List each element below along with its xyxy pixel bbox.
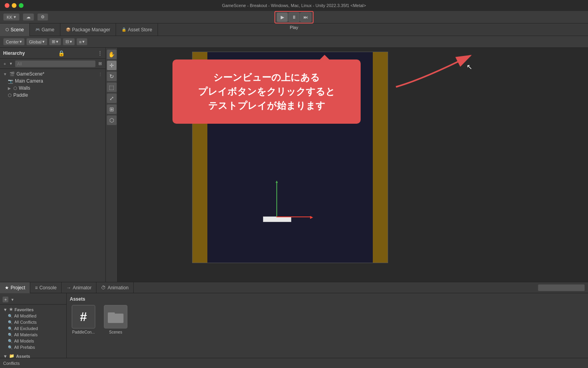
walls-arrow: ▶ — [8, 86, 11, 90]
annotation-line1: シーンビューの上にある — [185, 70, 348, 85]
game-tab-icon: 🎮 — [35, 27, 40, 32]
all-materials-label: All Materials — [14, 332, 38, 337]
y-axis-tip: ▲ — [275, 179, 279, 184]
asset-paddlecon[interactable]: # PaddleCon... — [70, 305, 97, 334]
proj-item-all-prefabs[interactable]: 🔍 All Prefabs — [0, 344, 66, 350]
gamescene-arrow: ▼ — [3, 72, 7, 76]
cloud-button[interactable]: ☁ — [23, 13, 34, 21]
x-axis-arrow — [276, 216, 312, 217]
rect-tool[interactable]: ⬚ — [107, 82, 117, 92]
bottom-tab-animation[interactable]: ⏱ Animation — [96, 282, 133, 293]
camera-icon: 📷 — [8, 79, 13, 84]
cursor-icon: ↖ — [466, 63, 472, 71]
hierarchy-content: ▼ 🎬 GameScene* ⋮ 📷 Main Camera ▶ ⬡ Walls… — [0, 69, 105, 282]
proj-item-all-modified[interactable]: 🔍 All Modified — [0, 313, 66, 319]
all-materials-icon: 🔍 — [8, 333, 13, 337]
favorites-arrow: ▼ — [3, 307, 7, 312]
svg-rect-2 — [108, 312, 115, 315]
favorites-section: ▼ ★ Favorites 🔍 All Modified 🔍 All Confl… — [0, 305, 66, 351]
gamescene-menu[interactable]: ⋮ — [98, 72, 102, 76]
paddle-icon: ⬡ — [8, 93, 12, 98]
all-prefabs-label: All Prefabs — [14, 345, 35, 350]
tab-game[interactable]: 🎮 Game — [30, 23, 60, 36]
project-add-button[interactable]: + — [2, 296, 9, 303]
window-controls — [5, 3, 24, 8]
paddle-label: Paddle — [13, 92, 28, 98]
hierarchy-toolbar: + ▾ ⊞ — [0, 59, 105, 69]
hierarchy-lock-icon: 🔒 — [58, 50, 65, 56]
tab-scene[interactable]: ⬡ Scene — [0, 23, 30, 36]
main-camera-label: Main Camera — [15, 78, 43, 84]
hierarchy-item-gamescene[interactable]: ▼ 🎬 GameScene* ⋮ — [0, 70, 105, 78]
close-button[interactable] — [5, 3, 9, 8]
all-modified-icon: 🔍 — [8, 314, 13, 318]
hierarchy-item-walls[interactable]: ▶ ⬡ Walls — [0, 85, 105, 92]
project-sidebar: + ▾ ▼ ★ Favorites 🔍 All Modified 🔍 All C… — [0, 293, 67, 368]
transform-tool[interactable]: ⊞ — [107, 104, 117, 114]
hierarchy-item-paddle[interactable]: ⬡ Paddle — [0, 92, 105, 99]
step-button[interactable]: ⏭ — [300, 13, 311, 22]
hierarchy-search-btn[interactable]: ⊞ — [97, 61, 103, 67]
tool-panel: ✋ ✛ ↻ ⬚ ⤢ ⊞ ⬡ — [106, 48, 118, 282]
gamescene-label: GameScene* — [16, 71, 44, 77]
project-main: Assets # PaddleCon... Scenes — [67, 293, 588, 368]
proj-item-all-models[interactable]: 🔍 All Models — [0, 338, 66, 344]
all-models-label: All Models — [14, 339, 34, 343]
proj-item-all-materials[interactable]: 🔍 All Materials — [0, 332, 66, 338]
hierarchy-add-button[interactable]: + — [2, 61, 7, 67]
scene-background: ☁ ▲ ▶ シーンビューの上にある プレイボタンをクリックすると テストプレイが… — [118, 48, 588, 282]
assets-header: Assets — [70, 296, 585, 302]
hierarchy-item-main-camera[interactable]: 📷 Main Camera — [0, 78, 105, 85]
project-search-input[interactable] — [538, 284, 585, 291]
account-button[interactable]: KK ▾ — [3, 13, 20, 21]
rotate-tool[interactable]: ↻ — [107, 71, 117, 81]
play-controls: ▶ ⏸ ⏭ Play — [274, 11, 314, 23]
hierarchy-title: Hierarchy — [3, 51, 25, 56]
minimize-button[interactable] — [12, 3, 16, 8]
play-label: Play — [290, 25, 298, 30]
bottom-tab-animator[interactable]: → Animator — [62, 282, 96, 293]
hand-tool[interactable]: ✋ — [107, 49, 117, 60]
snap-button[interactable]: ⊟ ▾ — [63, 38, 75, 45]
animator-tab-icon: → — [66, 285, 71, 290]
all-conflicts-label: All Conflicts — [14, 320, 36, 325]
custom-tool[interactable]: ⬡ — [107, 115, 117, 125]
pause-button[interactable]: ⏸ — [289, 13, 299, 22]
move-tool[interactable]: ✛ — [107, 60, 117, 70]
bottom-tab-project[interactable]: ★ Project — [0, 282, 30, 293]
sub-toolbar: Center ▾ Global ▾ ⊞ ▾ ⊟ ▾ ≡ ▾ — [0, 36, 588, 48]
annotation-bubble: シーンビューの上にある プレイボタンをクリックすると テストプレイが始まります — [172, 60, 361, 124]
assets-grid: # PaddleCon... Scenes — [70, 305, 585, 334]
animation-tab-label: Animation — [107, 285, 128, 290]
svg-rect-1 — [108, 314, 123, 323]
hierarchy-add-arrow[interactable]: ▾ — [9, 61, 13, 67]
scale-tool[interactable]: ⤢ — [107, 93, 117, 103]
arrow-path — [396, 56, 470, 87]
proj-item-all-excluded[interactable]: 🔍 All Excluded — [0, 325, 66, 332]
play-button[interactable]: ▶ — [277, 13, 288, 22]
hierarchy-menu-icon[interactable]: ⋮ — [98, 51, 102, 56]
asset-store-tab-label: Asset Store — [128, 27, 152, 32]
proj-item-all-conflicts[interactable]: 🔍 All Conflicts — [0, 319, 66, 325]
gizmo-button[interactable]: ≡ ▾ — [76, 38, 87, 45]
scene-viewport[interactable]: ☁ ▲ ▶ シーンビューの上にある プレイボタンをクリックすると テストプレイが… — [118, 48, 588, 282]
all-excluded-icon: 🔍 — [8, 327, 13, 331]
conflicts-text: Conflicts — [3, 361, 20, 366]
tab-asset-store[interactable]: 🔒 Asset Store — [116, 23, 158, 36]
asset-scenes[interactable]: Scenes — [102, 305, 129, 334]
settings-button[interactable]: ⚙ — [37, 13, 48, 21]
maximize-button[interactable] — [19, 3, 24, 8]
annotation-line3: テストプレイが始まります — [185, 99, 348, 113]
scenes-folder-icon — [104, 305, 127, 328]
asset-store-tab-icon: 🔒 — [122, 27, 126, 32]
global-button[interactable]: Global ▾ — [26, 38, 47, 45]
main-area: Hierarchy 🔒 ⋮ + ▾ ⊞ ▼ 🎬 GameScene* ⋮ 📷 M… — [0, 48, 588, 282]
project-tab-label: Project — [11, 285, 25, 290]
center-button[interactable]: Center ▾ — [3, 38, 25, 45]
tab-package-manager[interactable]: 📦 Package Manager — [60, 23, 116, 36]
project-add-arrow[interactable]: ▾ — [10, 297, 15, 303]
conflicts-area: Conflicts — [0, 358, 588, 368]
hierarchy-search-input[interactable] — [15, 60, 96, 67]
grid-button[interactable]: ⊞ ▾ — [49, 38, 61, 45]
bottom-tab-console[interactable]: ≡ Console — [30, 282, 62, 293]
